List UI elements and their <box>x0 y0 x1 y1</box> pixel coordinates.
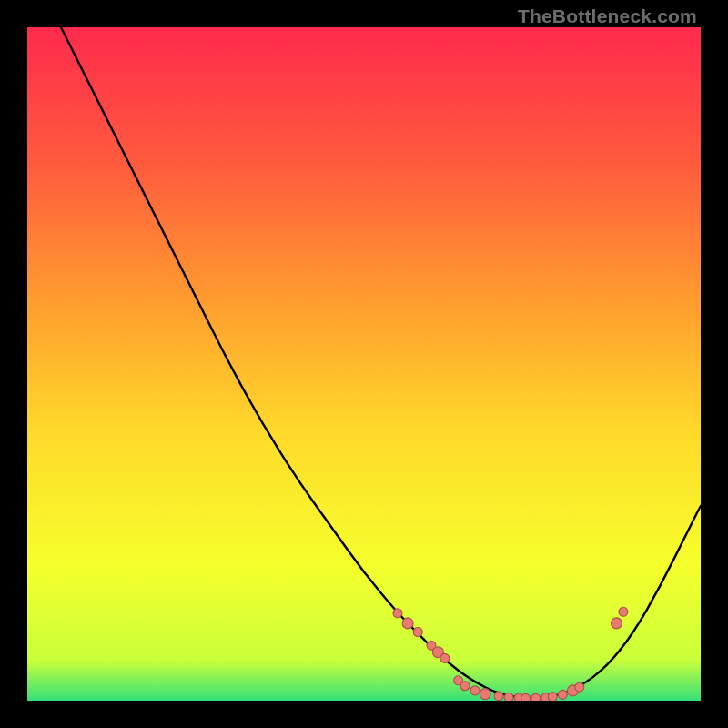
curve-marker <box>440 653 450 662</box>
curve-marker <box>612 618 622 629</box>
curve-marker <box>531 693 541 701</box>
curve-marker <box>393 609 402 618</box>
curve-marker <box>494 692 503 701</box>
curve-marker <box>558 690 567 699</box>
chart-frame <box>27 27 701 701</box>
curve-marker <box>402 618 413 629</box>
watermark-text: TheBottleneck.com <box>518 5 697 27</box>
curve-marker <box>480 689 490 700</box>
curve-marker <box>575 682 584 692</box>
curve-marker <box>521 693 531 701</box>
bottleneck-chart <box>27 27 701 701</box>
curve-marker <box>619 607 628 616</box>
curve-marker <box>470 686 480 695</box>
chart-background <box>27 27 701 701</box>
curve-marker <box>460 682 470 691</box>
curve-marker <box>504 693 513 701</box>
curve-marker <box>548 693 557 701</box>
curve-marker <box>413 628 422 637</box>
